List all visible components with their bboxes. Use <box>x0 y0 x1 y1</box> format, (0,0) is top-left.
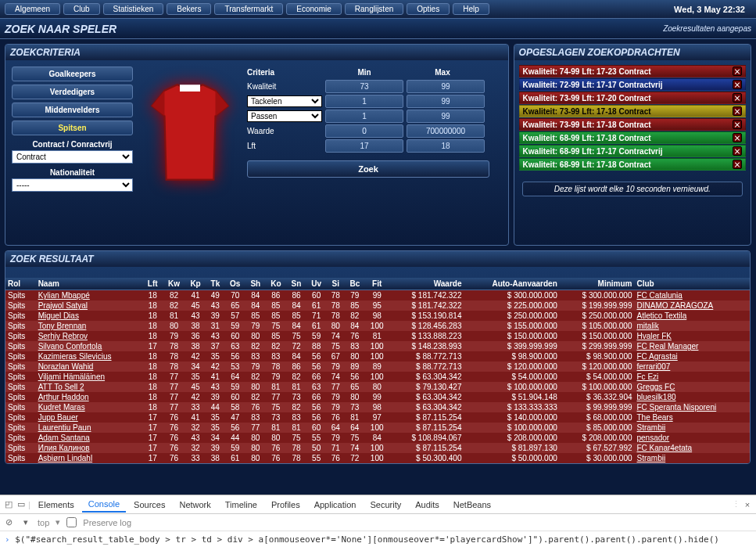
context-top[interactable]: top <box>38 518 49 527</box>
result-col-kp[interactable]: Kp <box>185 278 206 290</box>
criteria-max-value[interactable]: 99 <box>407 95 485 108</box>
devtools-tab-sources[interactable]: Sources <box>127 498 171 512</box>
club-link[interactable]: FC Agrastai <box>637 352 678 361</box>
console-input-line[interactable]: › $("#search_result_table_body > tr > td… <box>0 531 756 548</box>
club-link[interactable]: Greggs FC <box>637 383 675 391</box>
delete-saved-icon[interactable] <box>733 160 742 169</box>
result-col-minimum[interactable]: Minimum <box>560 278 635 290</box>
close-devtools-icon[interactable]: × <box>742 499 753 510</box>
search-button[interactable]: Zoek <box>247 160 489 178</box>
player-link[interactable]: Silvano Confortola <box>38 342 102 351</box>
player-link[interactable]: Kudret Maras <box>38 403 85 412</box>
delete-saved-icon[interactable] <box>733 80 742 89</box>
devtools-tab-timeline[interactable]: Timeline <box>219 498 263 512</box>
nationality-select[interactable]: ----- <box>12 178 133 192</box>
delete-saved-icon[interactable] <box>733 106 742 116</box>
saved-search-row[interactable]: Kwaliteit: 74-99 Lft: 17-23 Contract <box>519 65 746 77</box>
criteria-max-value[interactable]: 99 <box>407 110 485 123</box>
result-col-waarde[interactable]: Waarde <box>389 278 464 290</box>
menu-transfermarkt[interactable]: Transfermarkt <box>214 3 283 15</box>
result-col-fit[interactable]: Fit <box>365 278 389 290</box>
club-link[interactable]: mitalik <box>637 322 659 330</box>
player-link[interactable]: Serhiy Rebrov <box>38 332 88 340</box>
player-link[interactable]: Kylian Mbappé <box>38 291 90 300</box>
result-col-kw[interactable]: Kw <box>163 278 185 290</box>
filter-icon[interactable]: ▾ <box>20 517 31 528</box>
player-link[interactable]: Asbiørn Lindahl <box>38 454 92 462</box>
result-col-os[interactable]: Os <box>224 278 245 290</box>
criteria-min-value[interactable]: 1 <box>325 110 403 123</box>
criteria-max-value[interactable]: 99 <box>407 80 485 93</box>
result-col-si[interactable]: Si <box>327 278 345 290</box>
club-link[interactable]: pensador <box>637 433 670 442</box>
player-link[interactable]: Viljami Hämäläinen <box>38 372 105 381</box>
devtools-tab-audits[interactable]: Audits <box>409 498 446 512</box>
player-link[interactable]: Prajwol Satyal <box>38 301 88 310</box>
saved-search-row[interactable]: Kwaliteit: 73-99 Lft: 17-18 Contract <box>519 105 746 117</box>
delete-saved-icon[interactable] <box>733 133 742 142</box>
devtools-tab-console[interactable]: Console <box>82 497 126 513</box>
result-col-tk[interactable]: Tk <box>206 278 224 290</box>
criteria-min-value[interactable]: 17 <box>325 139 403 153</box>
criteria-max-value[interactable]: 18 <box>407 139 485 153</box>
club-link[interactable]: ferrari007 <box>637 362 671 371</box>
club-link[interactable]: Strambii <box>637 423 666 432</box>
result-col-auto-aanvaarden[interactable]: Auto-Aanvaarden <box>464 278 559 290</box>
position-btn-middenvelders[interactable]: Middenvelders <box>12 103 133 117</box>
player-link[interactable]: Adam Santana <box>38 433 90 442</box>
result-col-bc[interactable]: Bc <box>345 278 365 290</box>
result-col-rol[interactable]: Rol <box>5 278 36 290</box>
devtools-tab-application[interactable]: Application <box>308 498 363 512</box>
delete-saved-icon[interactable] <box>733 146 742 156</box>
delete-saved-icon[interactable] <box>733 67 742 76</box>
saved-search-row[interactable]: Kwaliteit: 68-99 Lft: 17-18 Contract <box>519 131 746 144</box>
devtools-tab-network[interactable]: Network <box>173 498 217 512</box>
criteria-select[interactable]: Passen <box>247 110 322 122</box>
player-link[interactable]: Laurentiu Paun <box>38 423 91 432</box>
delete-saved-icon[interactable] <box>733 120 742 129</box>
player-link[interactable]: Miguel Dias <box>38 311 79 320</box>
saved-search-row[interactable]: Kwaliteit: 68-99 Lft: 17-18 Contract <box>519 158 746 171</box>
device-icon[interactable]: ▭ <box>16 499 27 510</box>
criteria-min-value[interactable]: 73 <box>325 80 403 93</box>
player-link[interactable]: Norazlan Wahid <box>38 362 94 371</box>
result-col-sn[interactable]: Sn <box>286 278 306 290</box>
contract-select[interactable]: Contract <box>12 150 133 164</box>
saved-search-row[interactable]: Kwaliteit: 72-99 Lft: 17-17 Contractvrij <box>519 78 746 91</box>
club-link[interactable]: bluesilk180 <box>637 393 676 401</box>
clear-console-icon[interactable]: ⊘ <box>3 517 14 528</box>
devtools-tab-profiles[interactable]: Profiles <box>265 498 306 512</box>
preserve-log-checkbox[interactable] <box>66 517 77 527</box>
result-col-uv[interactable]: Uv <box>306 278 327 290</box>
menu-help[interactable]: Help <box>453 3 489 15</box>
saved-search-row[interactable]: Kwaliteit: 73-99 Lft: 17-18 Contract <box>519 118 746 131</box>
result-col-lft[interactable]: Lft <box>142 278 163 290</box>
menu-economie[interactable]: Economie <box>286 3 341 15</box>
devtools-tab-elements[interactable]: Elements <box>32 498 81 512</box>
club-link[interactable]: FC Real Manager <box>637 342 699 351</box>
menu-statistieken[interactable]: Statistieken <box>103 3 164 15</box>
club-link[interactable]: FC Catalunia <box>637 291 683 300</box>
menu-club[interactable]: Club <box>63 3 100 15</box>
devtools-tab-netbeans[interactable]: NetBeans <box>447 498 497 512</box>
saved-search-row[interactable]: Kwaliteit: 73-99 Lft: 17-20 Contract <box>519 92 746 104</box>
saved-search-row[interactable]: Kwaliteit: 68-99 Lft: 17-17 Contractvrij <box>519 145 746 157</box>
player-link[interactable]: Jupp Bauer <box>38 413 78 422</box>
player-link[interactable]: Tony Brennan <box>38 322 87 330</box>
menu-algemeen[interactable]: Algemeen <box>5 3 60 15</box>
club-link[interactable]: DINAMO ZARAGOZA <box>637 301 714 310</box>
club-link[interactable]: Fc Ezi <box>637 372 659 381</box>
criteria-min-value[interactable]: 0 <box>325 124 403 138</box>
devtools-tab-security[interactable]: Security <box>364 498 407 512</box>
criteria-min-value[interactable]: 1 <box>325 95 403 108</box>
club-link[interactable]: Hvaler FK <box>637 332 672 340</box>
result-col-ko[interactable]: Ko <box>266 278 286 290</box>
club-link[interactable]: FC Kanar4etata <box>637 444 693 452</box>
club-link[interactable]: FC Speranta Nisporeni <box>637 403 717 412</box>
position-btn-spitsen[interactable]: Spitsen <box>12 121 133 135</box>
player-link[interactable]: Илия Калинов <box>38 444 90 452</box>
criteria-select[interactable]: Tackelen <box>247 95 322 107</box>
club-link[interactable]: Atletico Textila <box>637 311 687 320</box>
result-col-club[interactable]: Club <box>635 278 751 290</box>
menu-opties[interactable]: Opties <box>407 3 450 15</box>
